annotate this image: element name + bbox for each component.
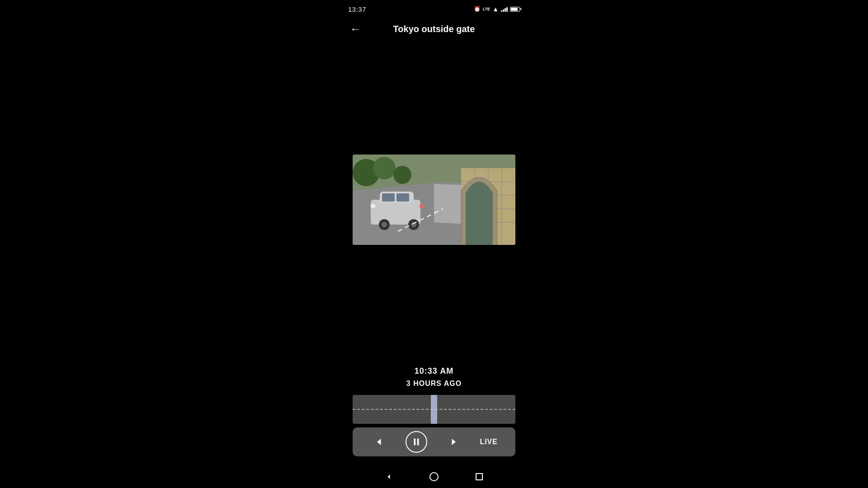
battery-icon — [510, 7, 520, 12]
wifi-icon: ▲ — [492, 6, 499, 12]
time-ago-display: 3 HOURS AGO — [406, 380, 462, 388]
nav-bar — [339, 465, 529, 488]
phone-container: 13:37 ⏰ LTE ▲ ← Tokyo outside gate — [339, 0, 529, 488]
timeline-scrubber[interactable] — [353, 395, 515, 424]
previous-button[interactable] — [370, 433, 388, 451]
camera-feed — [353, 155, 515, 245]
signal-bars — [501, 6, 508, 12]
header: ← Tokyo outside gate — [339, 16, 529, 42]
svg-rect-16 — [396, 193, 409, 202]
alarm-icon: ⏰ — [474, 6, 481, 12]
controls-area: 10:33 AM 3 HOURS AGO — [339, 366, 529, 465]
battery-fill — [511, 8, 518, 11]
recents-nav-button[interactable] — [472, 470, 486, 483]
svg-rect-22 — [420, 204, 423, 208]
signal-bar-2 — [503, 9, 504, 12]
home-nav-button[interactable] — [427, 470, 441, 483]
svg-rect-15 — [382, 193, 395, 202]
signal-bar-1 — [501, 10, 502, 12]
svg-point-25 — [393, 166, 411, 184]
next-button[interactable] — [444, 433, 462, 451]
playback-controls: LIVE — [353, 427, 515, 456]
status-bar: 13:37 ⏰ LTE ▲ — [339, 0, 529, 16]
timestamp-display: 10:33 AM — [415, 366, 453, 376]
status-time: 13:37 — [348, 5, 366, 13]
svg-rect-27 — [414, 439, 416, 446]
svg-point-24 — [373, 157, 396, 179]
svg-rect-28 — [417, 439, 419, 446]
svg-point-18 — [382, 222, 387, 227]
signal-bar-3 — [505, 8, 506, 12]
lte-icon: LTE — [483, 7, 490, 11]
home-circle — [429, 472, 439, 481]
status-icons: ⏰ LTE ▲ — [474, 6, 520, 12]
camera-svg — [353, 155, 515, 245]
page-title: Tokyo outside gate — [348, 24, 520, 34]
camera-area — [339, 42, 529, 366]
svg-rect-21 — [371, 204, 375, 208]
signal-bar-4 — [506, 7, 508, 12]
back-button[interactable]: ← — [348, 21, 363, 37]
live-button[interactable]: LIVE — [480, 438, 498, 446]
recents-square — [476, 473, 483, 480]
pause-button[interactable] — [406, 431, 427, 453]
back-nav-button[interactable] — [382, 470, 396, 483]
timeline-cursor — [431, 395, 437, 424]
